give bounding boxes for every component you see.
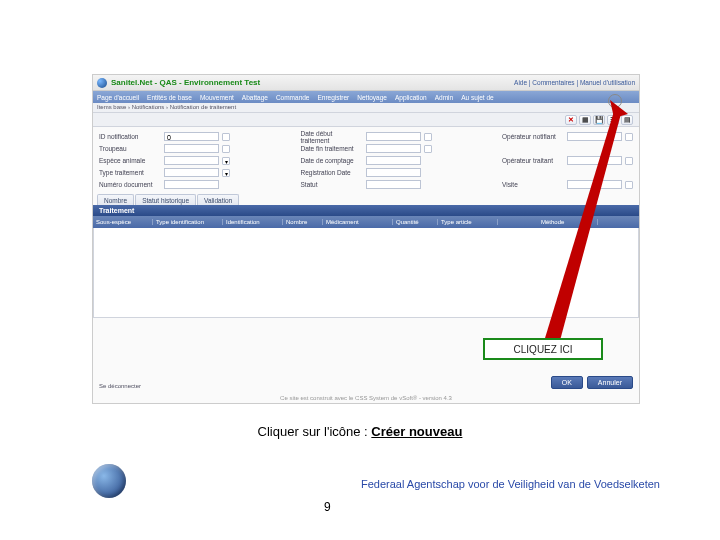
header-links[interactable]: Aide | Commentaires | Manuel d'utilisati… — [514, 79, 635, 86]
form-row — [502, 167, 633, 178]
agency-logo-icon — [92, 464, 126, 498]
field-label: ID notification — [99, 133, 161, 140]
field-input[interactable] — [366, 168, 421, 177]
form-row: Date fin traitement — [301, 143, 493, 154]
form-row: Numéro document — [99, 179, 291, 190]
form-col-3: Opérateur notifiantOpérateur traitantVis… — [502, 131, 633, 190]
ok-button[interactable]: OK — [551, 376, 583, 389]
agency-name: Federaal Agentschap voor de Veiligheid v… — [361, 478, 660, 490]
form-col-1: ID notification0TroupeauEspèce animale▾T… — [99, 131, 291, 190]
tabs: Nombre Statut historique Validation — [93, 192, 639, 205]
app-logo-icon — [97, 78, 107, 88]
picker-icon[interactable] — [625, 157, 633, 165]
field-input[interactable] — [164, 144, 219, 153]
form-row: Espèce animale▾ — [99, 155, 291, 166]
field-input[interactable] — [164, 180, 219, 189]
app-title: Sanitel.Net - QAS - Environnement Test — [111, 78, 260, 87]
column-header[interactable]: Médicament — [323, 219, 393, 225]
new-icon[interactable]: ▦ — [579, 115, 591, 125]
menu-admin[interactable]: Admin — [435, 94, 453, 101]
picker-icon[interactable] — [625, 133, 633, 141]
field-input[interactable] — [366, 180, 421, 189]
form-row: Opérateur traitant — [502, 155, 633, 166]
picker-icon[interactable] — [424, 133, 432, 141]
print-icon[interactable]: ▤ — [621, 115, 633, 125]
menu-order[interactable]: Commande — [276, 94, 310, 101]
field-input[interactable] — [567, 180, 622, 189]
picker-icon[interactable] — [625, 181, 633, 189]
field-label: Numéro document — [99, 181, 161, 188]
field-label: Espèce animale — [99, 157, 161, 164]
caption-pre: Cliquer sur l'icône : — [258, 424, 372, 439]
page-number: 9 — [324, 500, 331, 514]
highlight-circle-icon — [608, 94, 622, 108]
cancel-button[interactable]: Annuler — [587, 376, 633, 389]
search-form: ID notification0TroupeauEspèce animale▾T… — [93, 127, 639, 192]
form-row: ID notification0 — [99, 131, 291, 142]
field-input[interactable] — [366, 144, 421, 153]
form-row: Troupeau — [99, 143, 291, 154]
field-label: Opérateur notifiant — [502, 133, 564, 140]
column-header[interactable]: Quantité — [393, 219, 438, 225]
field-input[interactable] — [366, 156, 421, 165]
field-label: Date début traitement — [301, 130, 363, 144]
footer-text: Ce site est construit avec le CSS System… — [93, 395, 639, 401]
field-input[interactable] — [567, 132, 622, 141]
logout-link[interactable]: Se déconnecter — [99, 383, 141, 389]
field-label: Opérateur traitant — [502, 157, 564, 164]
field-label: Registration Date — [301, 169, 363, 176]
tab-statut[interactable]: Statut historique — [135, 194, 196, 205]
column-header[interactable]: Identification — [223, 219, 283, 225]
form-row: Date début traitement — [301, 131, 493, 142]
tab-nombre[interactable]: Nombre — [97, 194, 134, 205]
field-label: Statut — [301, 181, 363, 188]
close-icon[interactable]: ✕ — [565, 115, 577, 125]
column-header[interactable]: Type article — [438, 219, 498, 225]
field-label: Type traitement — [99, 169, 161, 176]
caption: Cliquer sur l'icône : Créer nouveau — [0, 424, 720, 439]
field-label: Troupeau — [99, 145, 161, 152]
column-header[interactable]: Sous-espèce — [93, 219, 153, 225]
menu-application[interactable]: Application — [395, 94, 427, 101]
form-row: Registration Date — [301, 167, 493, 178]
save-icon[interactable]: 💾 — [593, 115, 605, 125]
titlebar: Sanitel.Net - QAS - Environnement Test A… — [93, 75, 639, 91]
toolbar: ✕ ▦ 💾 ☰ ▤ — [93, 113, 639, 127]
callout-box: CLIQUEZ ICI — [483, 338, 603, 360]
field-input[interactable] — [366, 132, 421, 141]
form-row: Statut — [301, 179, 493, 190]
field-label: Visite — [502, 181, 564, 188]
chevron-down-icon[interactable]: ▾ — [222, 157, 230, 165]
form-row: Date de comptage — [301, 155, 493, 166]
form-row: Visite — [502, 179, 633, 190]
menu-movement[interactable]: Mouvement — [200, 94, 234, 101]
picker-icon[interactable] — [424, 145, 432, 153]
button-bar: OK Annuler — [551, 376, 633, 389]
column-header[interactable]: Type identification — [153, 219, 223, 225]
menu-register[interactable]: Enregistrer — [318, 94, 350, 101]
menu-home[interactable]: Page d'accueil — [97, 94, 139, 101]
menu-slaughter[interactable]: Abattage — [242, 94, 268, 101]
menu-about[interactable]: Au sujet de — [461, 94, 494, 101]
field-input[interactable] — [164, 168, 219, 177]
breadcrumb: Items base › Notifications › Notificatio… — [93, 103, 639, 113]
menu-cleaning[interactable]: Nettoyage — [357, 94, 387, 101]
tab-validation[interactable]: Validation — [197, 194, 239, 205]
column-header[interactable]: Nombre — [283, 219, 323, 225]
list-icon[interactable]: ☰ — [607, 115, 619, 125]
form-row — [502, 143, 633, 154]
form-row: Type traitement▾ — [99, 167, 291, 178]
picker-icon[interactable] — [222, 133, 230, 141]
picker-icon[interactable] — [222, 145, 230, 153]
field-input[interactable]: 0 — [164, 132, 219, 141]
field-input[interactable] — [164, 156, 219, 165]
column-header[interactable]: Méthode — [538, 219, 598, 225]
menubar: Page d'accueil Entités de base Mouvement… — [93, 91, 639, 103]
table-header: Sous-espèceType identificationIdentifica… — [93, 216, 639, 228]
form-row: Opérateur notifiant — [502, 131, 633, 142]
caption-bold: Créer nouveau — [371, 424, 462, 439]
table-body — [93, 228, 639, 318]
chevron-down-icon[interactable]: ▾ — [222, 169, 230, 177]
menu-entities[interactable]: Entités de base — [147, 94, 192, 101]
field-input[interactable] — [567, 156, 622, 165]
